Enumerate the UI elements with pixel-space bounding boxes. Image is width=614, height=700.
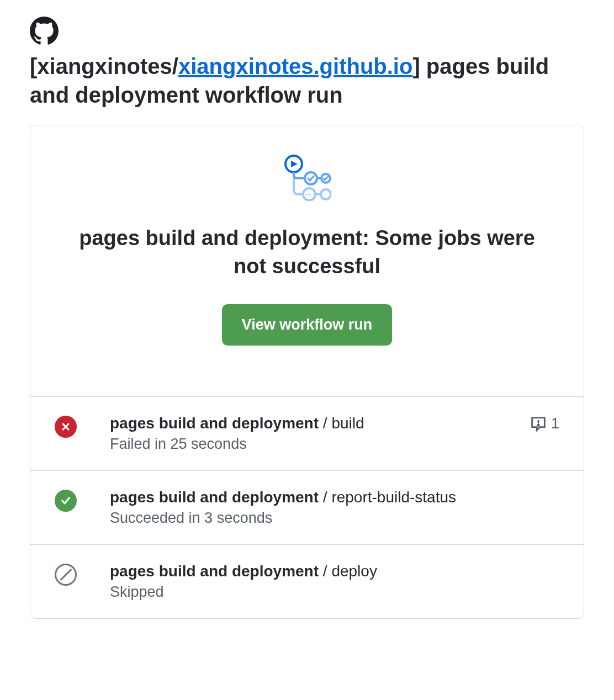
job-row[interactable]: pages build and deployment / build Faile…: [30, 397, 584, 471]
card-header: pages build and deployment: Some jobs we…: [30, 125, 584, 397]
job-result-text: Succeeded in 3 seconds: [110, 510, 559, 527]
job-result-text: Failed in 25 seconds: [110, 436, 496, 453]
job-content: pages build and deployment / build Faile…: [110, 415, 496, 453]
job-content: pages build and deployment / deploy Skip…: [110, 563, 559, 601]
job-row[interactable]: pages build and deployment / deploy Skip…: [30, 545, 584, 618]
svg-point-4: [321, 189, 331, 199]
svg-point-10: [538, 425, 539, 426]
repo-link[interactable]: xiangxinotes.github.io: [178, 54, 412, 78]
status-skipped-icon: [55, 564, 77, 586]
card-title: pages build and deployment: Some jobs we…: [61, 224, 553, 281]
annotation-count[interactable]: 1: [529, 415, 559, 433]
view-workflow-button[interactable]: View workflow run: [222, 304, 393, 346]
svg-point-7: [309, 194, 311, 195]
job-row[interactable]: pages build and deployment / report-buil…: [30, 471, 584, 545]
status-failed-icon: [55, 416, 77, 438]
job-result-text: Skipped: [110, 584, 559, 601]
github-logo-icon: [30, 17, 59, 45]
job-title: pages build and deployment / deploy: [110, 563, 559, 580]
page-title: [xiangxinotes/xiangxinotes.github.io] pa…: [30, 52, 584, 109]
job-title: pages build and deployment / report-buil…: [110, 489, 559, 506]
workflow-card: pages build and deployment: Some jobs we…: [30, 125, 584, 619]
svg-point-6: [306, 194, 308, 195]
job-content: pages build and deployment / report-buil…: [110, 489, 559, 527]
job-title: pages build and deployment / build: [110, 415, 496, 432]
status-success-icon: [55, 490, 77, 512]
comment-alert-icon: [529, 415, 548, 433]
workflow-icon: [283, 154, 331, 203]
